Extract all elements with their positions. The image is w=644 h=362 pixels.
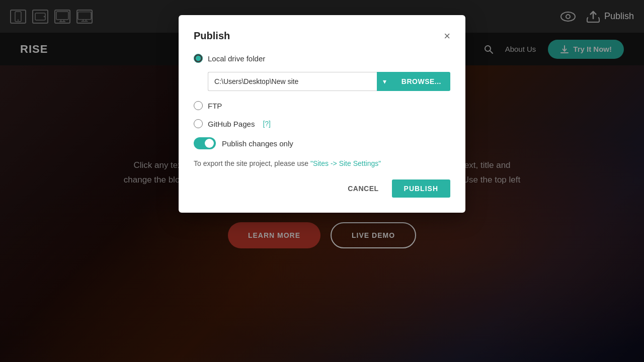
browse-button[interactable]: BROWSE... xyxy=(392,72,450,91)
toggle-row: Publish changes only xyxy=(194,137,450,149)
toggle-slider xyxy=(194,137,216,149)
path-dropdown-button[interactable]: ▾ xyxy=(377,72,392,91)
export-note: To export the site project, please use "… xyxy=(194,159,450,167)
dialog-footer: CANCEL PUBLISH xyxy=(194,179,450,198)
github-label: GitHub Pages xyxy=(208,120,255,128)
dialog-title: Publish xyxy=(194,30,230,42)
toggle-label: Publish changes only xyxy=(222,139,293,148)
publish-changes-toggle[interactable] xyxy=(194,137,216,149)
publish-dialog: Publish × Local drive folder ▾ BROWSE...… xyxy=(179,15,465,213)
toggle-knob xyxy=(205,139,214,148)
publish-action-button[interactable]: PUBLISH xyxy=(392,179,450,198)
github-help-link[interactable]: [?] xyxy=(263,120,271,128)
ftp-label: FTP xyxy=(208,102,222,110)
path-row: ▾ BROWSE... xyxy=(208,72,450,91)
ftp-option[interactable]: FTP xyxy=(194,101,450,110)
path-input[interactable] xyxy=(208,72,377,91)
github-radio[interactable] xyxy=(194,119,203,128)
cancel-button[interactable]: CANCEL xyxy=(341,179,385,198)
dialog-close-button[interactable]: × xyxy=(444,31,450,42)
modal-overlay: Publish × Local drive folder ▾ BROWSE...… xyxy=(0,0,644,362)
dialog-header: Publish × xyxy=(194,30,450,42)
ftp-radio[interactable] xyxy=(194,101,203,110)
local-drive-radio[interactable] xyxy=(194,54,203,63)
site-settings-link[interactable]: "Sites -> Site Settings" xyxy=(310,159,381,167)
local-drive-label: Local drive folder xyxy=(208,54,265,63)
local-drive-option[interactable]: Local drive folder xyxy=(194,54,450,63)
github-option[interactable]: GitHub Pages [?] xyxy=(194,119,450,128)
